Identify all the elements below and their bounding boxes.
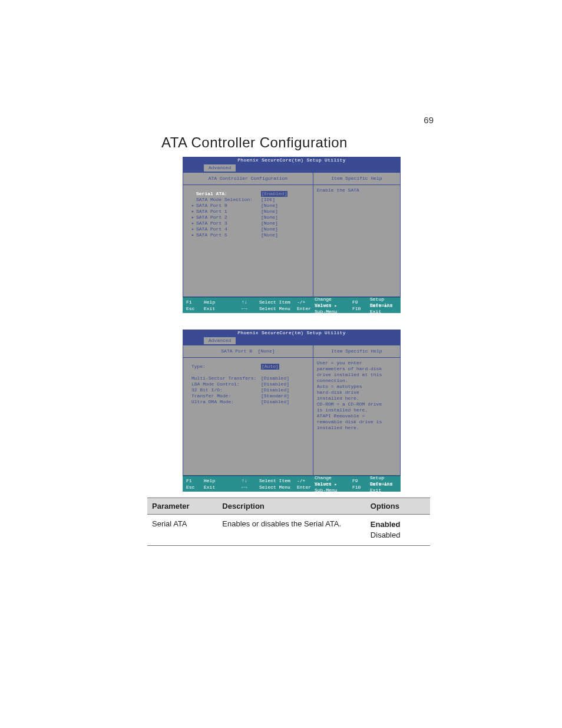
bios-item-spacer (191, 370, 308, 375)
item-value: [Disabled] (261, 375, 289, 381)
bios-footer: F1 Help ↑↓ Select Item -/+ Change Values… (183, 476, 401, 492)
bios-footer-row-2: Esc Exit ←→ Select Menu Enter Select ▸ S… (186, 305, 397, 312)
item-label: SATA Port 3 (196, 220, 261, 226)
bios-item-multisector[interactable]: Multi-Sector Transfers: [Disabled] (191, 375, 308, 381)
bios-app-title: Phoenix SecureCore(tm) Setup Utility (237, 330, 346, 336)
left-header-value: [None] (258, 348, 275, 354)
key-f9: F9 (352, 299, 366, 305)
key-f9: F9 (352, 478, 366, 484)
item-value: [IDE] (261, 197, 275, 203)
bios-menubar: Advanced (183, 337, 401, 345)
key-updown-icon: ↑↓ (242, 478, 256, 484)
col-parameter: Parameter (147, 498, 217, 515)
bios-help-text: User = you enter parameters of hard-disk… (313, 358, 400, 433)
bios-titlebar: Phoenix SecureCore(tm) Setup Utility (183, 330, 401, 337)
bios-item-sata-port-4[interactable]: ▸ SATA Port 4 [None] (191, 226, 308, 232)
bios-item-lba[interactable]: LBA Mode Control: [Disabled] (191, 381, 308, 387)
item-value: [None] (261, 232, 278, 238)
bios-item-sata-port-2[interactable]: ▸ SATA Port 2 [None] (191, 215, 308, 220)
item-value: [None] (261, 215, 278, 220)
bios-screenshot-2: Phoenix SecureCore(tm) Setup Utility Adv… (183, 330, 401, 492)
bios-item-sata-port-5[interactable]: ▸ SATA Port 5 [None] (191, 232, 308, 238)
item-value: [Auto] (261, 364, 279, 370)
hint-select-item: Select Item (259, 478, 293, 484)
hint-save-exit: Save and Exit (370, 482, 404, 493)
bios-menubar: Advanced (183, 164, 401, 172)
submenu-arrow-icon: ▸ (191, 232, 196, 238)
key-f1: F1 (186, 478, 200, 484)
parameter-table: Parameter Description Options Serial ATA… (147, 498, 430, 546)
bios-left-pane: ATA Controller Configuration Serial ATA:… (183, 173, 313, 297)
bios-item-transfer[interactable]: Transfer Mode: [Standard] (191, 393, 308, 399)
item-label: Serial ATA: (196, 191, 261, 197)
bios-left-header: ATA Controller Configuration (183, 173, 313, 185)
item-value: [None] (261, 203, 278, 209)
bios-item-32bit[interactable]: 32 Bit I/O: [Disabled] (191, 387, 308, 393)
hint-select-submenu: Select ▸ Sub-Menu (315, 303, 349, 315)
bios-left-pane: SATA Port 0 [None] Type: [Auto] Multi-Se… (183, 345, 313, 475)
bios-app-title: Phoenix SecureCore(tm) Setup Utility (237, 157, 346, 163)
bios-body: SATA Port 0 [None] Type: [Auto] Multi-Se… (183, 345, 401, 476)
help-line: CD-ROM = a CD-ROM drive (317, 401, 396, 407)
bios-item-sata-port-3[interactable]: ▸ SATA Port 3 [None] (191, 220, 308, 226)
key-enter: Enter (297, 306, 311, 312)
key-enter: Enter (297, 485, 311, 490)
bios-item-sata-port-0[interactable]: ▸ SATA Port 0 [None] (191, 203, 308, 209)
hint-select-item: Select Item (259, 299, 293, 305)
bios-item-udma[interactable]: Ultra DMA Mode: [Disabled] (191, 399, 308, 405)
bios-footer: F1 Help ↑↓ Select Item -/+ Change Values… (183, 297, 401, 313)
key-esc: Esc (186, 306, 200, 312)
key-esc: Esc (186, 485, 200, 490)
bios-right-header: Item Specific Help (313, 345, 400, 358)
item-label: SATA Port 4 (196, 226, 261, 232)
hint-exit: Exit (204, 306, 238, 312)
hint-help: Help (204, 478, 238, 484)
submenu-arrow-icon: ▸ (191, 209, 196, 215)
item-label: SATA Port 1 (196, 209, 261, 215)
item-label: SATA Port 2 (196, 215, 261, 220)
bios-tab-advanced[interactable]: Advanced (204, 337, 236, 344)
hint-exit: Exit (204, 485, 238, 490)
bios-item-serial-ata[interactable]: Serial ATA: [Enabled] (191, 191, 308, 197)
col-options: Options (366, 498, 430, 515)
key-f1: F1 (186, 299, 200, 305)
blank-arrow (191, 197, 196, 203)
hint-select-menu: Select Menu (259, 306, 293, 312)
cell-options: Enabled Disabled (366, 515, 430, 546)
hint-select-submenu: Select ▸ Sub-Menu (315, 482, 349, 493)
bios-item-sata-mode[interactable]: SATA Mode Selection: [IDE] (191, 197, 308, 203)
bios-screenshot-1: Phoenix SecureCore(tm) Setup Utility Adv… (183, 157, 401, 313)
bios-item-type[interactable]: Type: [Auto] (191, 364, 308, 370)
hint-save-exit: Save and Exit (370, 303, 404, 315)
item-value: [Enabled] (261, 191, 287, 197)
help-line: Auto = autotypes (317, 384, 396, 390)
cell-parameter: Serial ATA (147, 515, 217, 546)
item-label: Ultra DMA Mode: (191, 399, 261, 405)
section-title: ATA Controller Configuration (161, 134, 348, 151)
key-f10: F10 (352, 306, 366, 312)
table-row: Serial ATA Enables or disables the Seria… (147, 515, 430, 546)
col-description: Description (217, 498, 366, 515)
key-leftright-icon: ←→ (242, 306, 256, 312)
bios-help-text: Enable the SATA (313, 185, 400, 196)
bios-left-header: SATA Port 0 [None] (183, 345, 313, 358)
help-line: parameters of hard-disk (317, 366, 396, 372)
item-value: [Disabled] (261, 387, 289, 393)
bios-right-pane: Item Specific Help Enable the SATA (313, 173, 400, 297)
item-value: [None] (261, 209, 278, 215)
key-f10: F10 (352, 485, 366, 490)
help-line: removable disk drive is (317, 419, 396, 425)
help-line: installed here. (317, 396, 396, 401)
help-line: is installed here. (317, 407, 396, 413)
key-minus-plus: -/+ (297, 299, 311, 305)
item-label: SATA Port 0 (196, 203, 261, 209)
submenu-arrow-icon: ▸ (191, 215, 196, 220)
key-leftright-icon: ←→ (242, 485, 256, 490)
item-label: SATA Port 5 (196, 232, 261, 238)
submenu-arrow-icon: ▸ (191, 203, 196, 209)
item-label: Transfer Mode: (191, 393, 261, 399)
help-line: installed here. (317, 425, 396, 431)
bios-item-sata-port-1[interactable]: ▸ SATA Port 1 [None] (191, 209, 308, 215)
bios-tab-advanced[interactable]: Advanced (204, 164, 236, 172)
help-line: ATAPI Removable = (317, 413, 396, 419)
